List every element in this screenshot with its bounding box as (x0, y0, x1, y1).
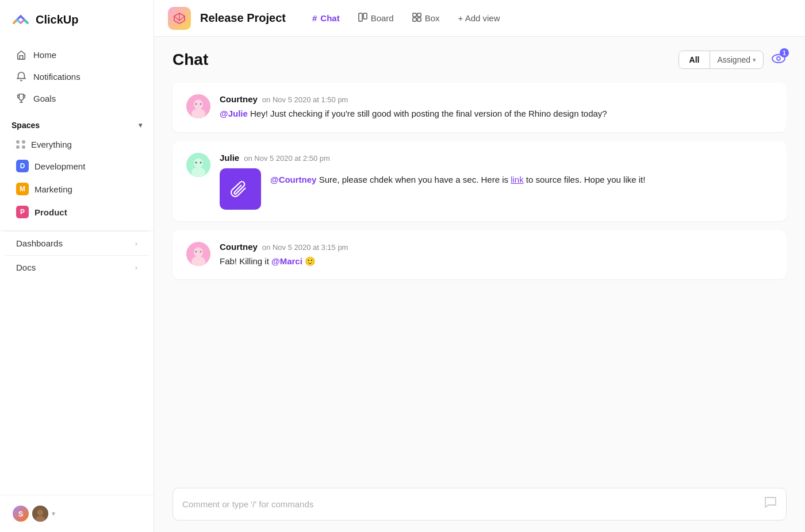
message-text: Fab! Killing it @Marci 🙂 (220, 255, 773, 268)
sidebar-item-development[interactable]: D Development (5, 155, 149, 178)
marketing-badge: M (16, 183, 29, 195)
docs-label: Docs (16, 263, 36, 272)
svg-point-25 (200, 250, 202, 252)
message-time: on Nov 5 2020 at 2:50 pm (244, 154, 330, 163)
message-content: Courtney on Nov 5 2020 at 3:15 pm Fab! K… (220, 242, 773, 268)
clickup-logo-icon (12, 10, 30, 29)
filter-assigned-label: Assigned (717, 55, 750, 64)
message-author: Courtney (220, 242, 258, 252)
spaces-chevron-icon: ▾ (139, 121, 142, 129)
sidebar-bottom: S ▾ (0, 495, 154, 532)
svg-rect-4 (363, 13, 367, 19)
table-row: Courtney on Nov 5 2020 at 3:15 pm Fab! K… (172, 230, 787, 280)
tab-board[interactable]: Board (350, 9, 402, 27)
svg-point-20 (200, 161, 202, 163)
attachment-text: @Courtney Sure, please chdek when you ha… (270, 168, 645, 187)
svg-point-24 (195, 250, 197, 252)
avatar (186, 242, 210, 266)
svg-rect-8 (417, 18, 421, 21)
sidebar-item-product[interactable]: P Product (5, 201, 149, 223)
svg-point-15 (200, 103, 202, 105)
filter-group: All Assigned ▾ (678, 51, 764, 69)
project-title: Release Project (200, 11, 286, 25)
message-text: @Julie Hey! Just checking if you're stil… (220, 107, 773, 121)
everything-icon (16, 140, 25, 149)
logo-text: ClickUp (36, 13, 78, 26)
topbar: Release Project # Chat Board (154, 0, 805, 37)
attachment-link[interactable]: link (511, 175, 524, 184)
watch-button[interactable]: 1 (770, 51, 787, 69)
box-tab-label: Box (425, 13, 440, 23)
courtney-avatar-icon (186, 94, 210, 118)
product-badge: P (16, 206, 29, 218)
tab-box[interactable]: Box (404, 9, 448, 27)
board-tab-icon (358, 13, 367, 24)
chat-header: Chat All Assigned ▾ 1 (154, 37, 805, 78)
sidebar-item-everything[interactable]: Everything (5, 134, 149, 155)
sidebar-item-marketing[interactable]: M Marketing (5, 178, 149, 201)
send-message-icon[interactable] (764, 496, 777, 512)
goals-label: Goals (33, 94, 56, 103)
dashboards-chevron-icon: › (135, 239, 137, 248)
trophy-icon (16, 93, 26, 103)
sidebar-nav: Home Notifications Goals (0, 39, 154, 114)
sidebar-item-docs[interactable]: Docs › (5, 255, 149, 279)
svg-point-10 (777, 57, 780, 60)
spaces-header[interactable]: Spaces ▾ (0, 114, 154, 134)
chat-bubble-icon (764, 496, 777, 509)
attachment-suffix: to source files. Hope you like it! (526, 175, 646, 184)
comment-box[interactable]: Comment or type '/' for commands (172, 488, 787, 521)
message-body-text: Hey! Just checking if you're still good … (250, 109, 607, 118)
svg-rect-7 (413, 18, 416, 21)
sidebar: ClickUp Home Notifications Goals (0, 0, 154, 532)
dashboards-label: Dashboards (16, 238, 63, 248)
board-tab-label: Board (371, 13, 394, 23)
bell-icon (16, 71, 26, 82)
attachment-prefix: Sure, please chdek when you have a sec. … (319, 175, 511, 184)
filter-assigned-dropdown[interactable]: Assigned ▾ (710, 51, 763, 68)
sidebar-item-notifications[interactable]: Notifications (5, 65, 149, 87)
messages-list: Courtney on Nov 5 2020 at 1:50 pm @Julie… (154, 78, 805, 479)
message-meta: Julie on Nov 5 2020 at 2:50 pm (220, 153, 773, 163)
home-label: Home (33, 50, 56, 60)
sidebar-item-goals[interactable]: Goals (5, 87, 149, 109)
product-label: Product (34, 207, 67, 217)
logo: ClickUp (0, 0, 154, 39)
spaces-label: Spaces (12, 121, 40, 130)
user-menu-chevron-icon[interactable]: ▾ (52, 510, 55, 518)
chat-controls: All Assigned ▾ 1 (678, 51, 787, 69)
project-3d-icon (172, 11, 186, 25)
comment-input-area: Comment or type '/' for commands (154, 479, 805, 532)
message-author: Julie (220, 153, 239, 163)
chat-title: Chat (172, 51, 208, 69)
message-author: Courtney (220, 94, 258, 104)
message-content: Julie on Nov 5 2020 at 2:50 pm @Courtney… (220, 153, 773, 210)
svg-rect-5 (413, 13, 416, 17)
paperclip-icon (230, 179, 251, 199)
message-time: on Nov 5 2020 at 3:15 pm (262, 243, 348, 252)
svg-point-19 (195, 161, 197, 163)
box-tab-icon (412, 13, 421, 24)
attachment-block: @Courtney Sure, please chdek when you ha… (220, 168, 773, 210)
mention-marci[interactable]: @Marci (271, 256, 302, 266)
mention-julie[interactable]: @Julie (220, 109, 248, 118)
add-view-button[interactable]: + Add view (450, 10, 508, 26)
avatar-m[interactable] (31, 504, 49, 523)
comment-placeholder: Comment or type '/' for commands (182, 499, 757, 509)
filter-all-button[interactable]: All (679, 51, 711, 68)
message-content: Courtney on Nov 5 2020 at 1:50 pm @Julie… (220, 94, 773, 121)
table-row: Julie on Nov 5 2020 at 2:50 pm @Courtney… (172, 141, 787, 221)
chat-area: Chat All Assigned ▾ 1 (154, 37, 805, 532)
tab-chat[interactable]: # Chat (304, 10, 348, 26)
message-meta: Courtney on Nov 5 2020 at 3:15 pm (220, 242, 773, 252)
avatar-s[interactable]: S (12, 504, 30, 523)
sidebar-sections: Dashboards › Docs › (0, 230, 154, 279)
courtney-avatar-2-icon (186, 242, 210, 266)
sidebar-item-home[interactable]: Home (5, 44, 149, 65)
attachment-icon (220, 168, 261, 210)
mention-courtney[interactable]: @Courtney (270, 175, 316, 184)
sidebar-item-dashboards[interactable]: Dashboards › (5, 231, 149, 255)
everything-label: Everything (31, 140, 72, 149)
view-tabs: # Chat Board (304, 9, 508, 27)
avatar (186, 94, 210, 118)
